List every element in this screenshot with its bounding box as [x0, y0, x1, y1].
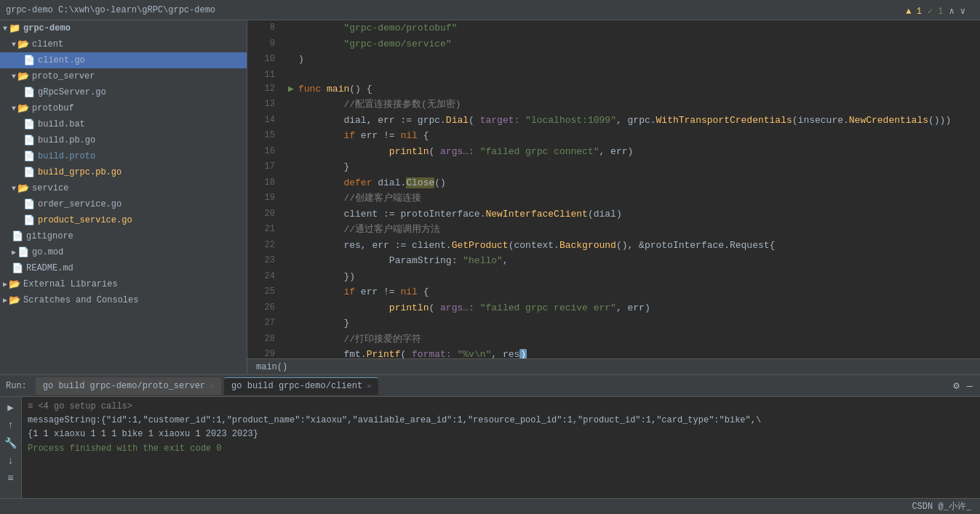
file-icon: 📄	[23, 150, 35, 162]
tree-item-scratches[interactable]: ▶ 📂Scratches and Consoles	[0, 292, 247, 308]
file-icon: 📂	[17, 182, 29, 194]
line-gutter	[284, 144, 298, 160]
arrow-icon: ▼	[12, 185, 16, 193]
table-row: 9 "grpc-demo/service"	[247, 36, 980, 52]
play-icon[interactable]: ▶	[7, 401, 13, 414]
line-number: 13	[247, 97, 284, 113]
table-row: 27 }	[247, 316, 980, 332]
arrow-down-icon[interactable]: ↓	[7, 455, 13, 467]
table-row: 14 dial, err := grpc.Dial( target: "loca…	[247, 113, 980, 129]
line-number: 19	[247, 190, 284, 206]
arrow-up-icon[interactable]: ↑	[7, 419, 13, 431]
file-icon: 📄	[23, 119, 35, 130]
file-icon: 📄	[17, 246, 29, 258]
line-content: res, err := client.GetProduct(context.Ba…	[298, 238, 980, 254]
table-row: 20 client := protoInterface.NewInterface…	[247, 206, 980, 222]
line-number: 26	[247, 300, 284, 316]
file-icon: 📄	[12, 262, 23, 274]
tree-item-gitignore[interactable]: 📄gitignore	[0, 228, 247, 244]
tree-item-go.mod[interactable]: ▶ 📄go.mod	[0, 244, 247, 260]
minimize-icon[interactable]: —	[965, 379, 974, 393]
run-label: Run:	[6, 381, 27, 391]
line-number: 29	[247, 347, 284, 358]
code-scroll[interactable]: 8 "grpc-demo/protobuf"9 "grpc-demo/servi…	[247, 20, 980, 358]
file-icon: 📄	[23, 166, 35, 178]
tree-item-build_grpc.pb.go[interactable]: 📄build_grpc.pb.go	[0, 164, 247, 180]
table-row: 11	[247, 68, 980, 81]
line-content: if err != nil {	[298, 284, 980, 300]
run-tab-1-close[interactable]: ✕	[210, 382, 214, 390]
run-output[interactable]: ≡ <4 go setup calls>messageString:{"id":…	[22, 397, 980, 498]
tree-item-grpc-demo[interactable]: ▼ 📁grpc-demo	[0, 20, 247, 36]
tree-item-service[interactable]: ▼ 📂service	[0, 180, 247, 196]
table-row: 26 println( args…: "failed grpc recive e…	[247, 300, 980, 316]
line-content: //通过客户端调用方法	[298, 222, 980, 238]
line-gutter	[284, 222, 298, 238]
tree-item-product_service.go[interactable]: 📄product_service.go	[0, 212, 247, 228]
tree-item-build.pb.go[interactable]: 📄build.pb.go	[0, 132, 247, 148]
arrow-icon: ▼	[12, 73, 16, 81]
file-icon: 📂	[9, 294, 20, 306]
line-gutter	[284, 332, 298, 348]
run-tab-2[interactable]: go build grpc-demo/client ✕	[224, 377, 378, 395]
line-gutter	[284, 97, 298, 113]
run-tab-1[interactable]: go build grpc-demo/proto_server ✕	[36, 377, 221, 395]
line-gutter	[284, 68, 298, 81]
line-content: }	[298, 316, 980, 332]
run-tab-2-close[interactable]: ✕	[367, 382, 371, 390]
settings-icon[interactable]: ⚙	[952, 378, 960, 393]
line-number: 20	[247, 206, 284, 222]
tree-label: go.mod	[32, 247, 63, 257]
list-icon[interactable]: ≡	[7, 473, 13, 484]
line-content: defer dial.Close()	[298, 175, 980, 191]
line-gutter	[284, 52, 298, 68]
line-number: 14	[247, 113, 284, 129]
run-output-line: ≡ <4 go setup calls>	[28, 400, 974, 414]
line-gutter: ▶	[284, 81, 298, 97]
line-content: "grpc-demo/protobuf"	[298, 20, 980, 36]
tree-label: proto_server	[32, 71, 95, 81]
line-gutter	[284, 269, 298, 285]
tree-label: protobuf	[32, 103, 74, 113]
tree-item-build.bat[interactable]: 📄build.bat	[0, 116, 247, 132]
tree-item-proto_server[interactable]: ▼ 📂proto_server	[0, 68, 247, 84]
line-gutter	[284, 190, 298, 206]
file-icon: 📄	[23, 87, 35, 98]
line-number: 15	[247, 128, 284, 144]
line-number: 23	[247, 253, 284, 269]
tree-item-external-libs[interactable]: ▶ 📂External Libraries	[0, 276, 247, 292]
tree-item-gRpcServer.go[interactable]: 📄gRpcServer.go	[0, 84, 247, 100]
tree-label: build.pb.go	[38, 135, 95, 145]
tree-label: build.proto	[38, 151, 95, 161]
arrow-icon: ▼	[12, 41, 16, 49]
tree-item-build.proto[interactable]: 📄build.proto	[0, 148, 247, 164]
line-number: 21	[247, 222, 284, 238]
file-icon: 📂	[17, 103, 29, 114]
line-number: 25	[247, 284, 284, 300]
bottom-panel: Run: go build grpc-demo/proto_server ✕ g…	[0, 374, 980, 498]
line-number: 16	[247, 144, 284, 160]
tree-item-order_service.go[interactable]: 📄order_service.go	[0, 196, 247, 212]
line-content: }	[298, 159, 980, 175]
tree-label: gRpcServer.go	[38, 87, 106, 97]
line-content: client := protoInterface.NewInterfaceCli…	[298, 206, 980, 222]
line-number: 27	[247, 316, 284, 332]
tree-item-client[interactable]: ▼ 📂client	[0, 36, 247, 52]
line-content: //创建客户端连接	[298, 190, 980, 206]
line-content: if err != nil {	[298, 128, 980, 144]
tree-item-client.go[interactable]: 📄client.go	[0, 52, 247, 68]
table-row: 21 //通过客户端调用方法	[247, 222, 980, 238]
arrow-icon: ▼	[3, 25, 7, 33]
tree-label: client	[32, 39, 63, 49]
tree-item-README.md[interactable]: 📄README.md	[0, 260, 247, 276]
arrow-icon: ▶	[12, 248, 16, 257]
line-gutter	[284, 36, 298, 52]
tree-label: product_service.go	[38, 215, 132, 225]
line-gutter	[284, 316, 298, 332]
tree-label: Scratches and Consoles	[23, 295, 138, 305]
line-gutter	[284, 128, 298, 144]
table-row: 8 "grpc-demo/protobuf"	[247, 20, 980, 36]
table-row: 23 ParamString: "hello",	[247, 253, 980, 269]
tree-item-protobuf[interactable]: ▼ 📂protobuf	[0, 100, 247, 116]
wrench-icon[interactable]: 🔧	[4, 437, 17, 449]
